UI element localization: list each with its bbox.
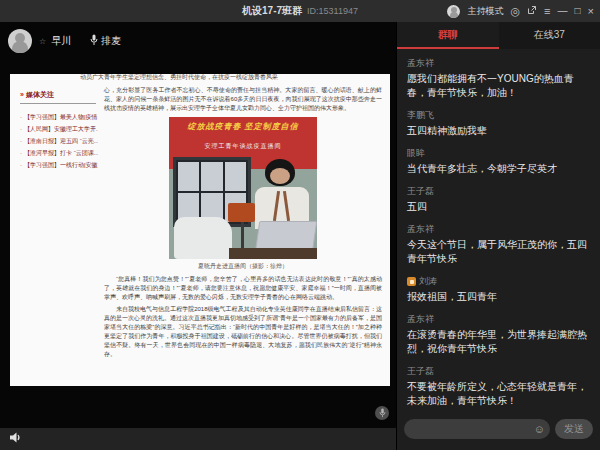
tab-online-members[interactable]: 在线37 [499,22,600,49]
message-text: 五四 [407,200,590,214]
message-author: 孟东祥 [407,57,590,70]
message-author: 孟东祥 [407,313,590,326]
media-link[interactable]: 【学习强国】一线行动|安徽... [20,159,98,171]
title-bar: 机设17-7班群 ID:15311947 主持模式 ◎ ≡ — □ × [0,0,600,22]
float-mic-button[interactable] [375,406,389,420]
menu-icon[interactable]: ≡ [544,6,550,17]
chat-message: 王子磊 五四 [407,185,590,214]
banner-slogan: 绽放战疫青春 坚定制度自信 [169,122,317,131]
article-paragraph: “您真棒！我们为您点赞！”“夏老师，您辛苦了，心里再多的话也无法表达此时的敬意！… [104,275,382,302]
message-text: 愿我们都能拥有不一YOUNG的热血青春，青年节快乐，加油！ [407,72,590,100]
article-photo-wrap: 绽放战疫青春 坚定制度自信 安理工青年谈战疫直播间 [169,117,317,259]
desk [229,248,317,259]
article-paragraph: 来自我校电气与信息工程学院2018级电气工程及其自动化专业吴佳康同学在直播结束后… [104,305,382,359]
popout-icon[interactable] [527,5,537,17]
user-avatar[interactable] [447,5,460,18]
article-paragraph: 心，充分彰显了医务工作者不忘初心、不辱使命的责任与担当精神。大家的留言、暖心的话… [104,86,382,113]
chat-message: 李鹏飞 五四精神激励我辈 [407,109,590,138]
chat-message: 孟东祥 今天这个节日，属于风华正茂的你，五四青年节快乐 [407,223,590,266]
title-group: 机设17-7班群 ID:15311947 [242,4,358,18]
media-focus-header: »媒体关注 [20,90,96,104]
article-photo: 绽放战疫青春 坚定制度自信 安理工青年谈战疫直播间 [169,117,317,259]
chevrons-icon: » [20,91,24,98]
chat-message: 孟东祥 愿我们都能拥有不一YOUNG的热血青春，青年节快乐，加油！ [407,57,590,100]
host-mode-label[interactable]: 主持模式 [467,5,503,18]
titlebar-controls: 主持模式 ◎ ≡ — □ × [447,0,594,22]
message-author: 刘涛 [407,275,590,288]
media-link[interactable]: 【人民网】安徽理工大学开... [20,123,98,135]
doc-sidebar: »媒体关注 【学习强国】最美人物|疫情... 【人民网】安徽理工大学开... 【… [10,74,98,386]
message-author: 王子磊 [407,185,590,198]
app-window: 机设17-7班群 ID:15311947 主持模式 ◎ ≡ — □ × ☆ 早川… [0,0,600,450]
chat-message: 眼眸 当代青年多壮志，今朝学子尽英才 [407,147,590,176]
stage-panel: ☆ 早川 排麦 动员广大青年学生坚定理想信念、勇担时代使命，在抗疫一线绽放青春风… [0,22,396,450]
photo-caption: 夏晓丹走进直播间（摄影：徐烨） [104,262,382,271]
mic-icon [90,32,98,50]
clipped-top-line: 动员广大青年学生坚定理想信念、勇担时代使命，在抗疫一线绽放青春风采 [80,74,386,80]
media-link[interactable]: 【学习强国】最美人物|疫情... [20,111,98,123]
stage-bottom-bar [0,428,396,450]
message-text: 在滚烫青春的年华里，为世界捧起满腔热烈，祝你青年节快乐 [407,328,590,356]
message-text: 今天这个节日，属于风华正茂的你，五四青年节快乐 [407,238,590,266]
main-area: ☆ 早川 排麦 动员广大青年学生坚定理想信念、勇担时代使命，在抗疫一线绽放青春风… [0,22,600,450]
message-author: 眼眸 [407,147,590,160]
mic-queue-label: 排麦 [101,34,121,48]
mic-queue-button[interactable]: 排麦 [90,32,121,50]
member-level-icon: ☆ [39,37,46,46]
chat-message: 孟东祥 在滚烫青春的年华里，为世界捧起满腔热烈，祝你青年节快乐 [407,313,590,356]
chat-tab-bar: 群聊 在线37 [397,22,600,49]
doc-article: 心，充分彰显了医务工作者不忘初心、不辱使命的责任与担当精神。大家的留言、暖心的话… [98,74,390,386]
close-icon[interactable]: × [588,6,594,17]
media-link-list: 【学习强国】最美人物|疫情... 【人民网】安徽理工大学开... 【淮南日报】迎… [20,111,96,171]
speaker-toolbar: ☆ 早川 排麦 [0,22,396,60]
chat-input[interactable]: ☺ [404,419,550,439]
chat-message: 王子磊 不要被年龄所定义，心态年轻就是青年，未来加油，青年节快乐！ [407,365,590,408]
message-text: 当代青年多壮志，今朝学子尽英才 [407,162,590,176]
chat-input-row: ☺ 发送 [397,416,600,450]
speaker-name: 早川 [51,34,71,48]
banner-subtitle: 安理工青年谈战疫直播间 [169,142,317,151]
white-chair [174,217,232,259]
chat-panel: 群聊 在线37 孟东祥 愿我们都能拥有不一YOUNG的热血青春，青年节快乐，加油… [396,22,600,450]
chat-message: 刘涛 报效祖国，五四青年 [407,275,590,304]
message-text: 不要被年龄所定义，心态年轻就是青年，未来加油，青年节快乐！ [407,380,590,408]
message-text: 报效祖国，五四青年 [407,290,590,304]
speaker-avatar[interactable] [8,29,32,53]
media-link[interactable]: 【淮南日报】迎五四 “云亮... [20,135,98,147]
window-title: 机设17-7班群 [242,4,302,18]
message-text: 五四精神激励我辈 [407,124,590,138]
person-face [270,168,290,184]
emoji-icon[interactable]: ☺ [534,424,545,435]
minimize-icon[interactable]: — [558,6,568,16]
message-author: 王子磊 [407,365,590,378]
message-author: 李鹏飞 [407,109,590,122]
camera [228,203,255,222]
maximize-icon[interactable]: □ [575,6,581,16]
message-author: 孟东祥 [407,223,590,236]
speaker-volume-icon[interactable] [9,430,22,448]
chat-message-list[interactable]: 孟东祥 愿我们都能拥有不一YOUNG的热血青春，青年节快乐，加油！ 李鹏飞 五四… [397,49,600,416]
tab-group-chat[interactable]: 群聊 [397,22,499,49]
record-icon[interactable]: ◎ [510,6,520,17]
admin-badge-icon [407,277,416,286]
send-button[interactable]: 发送 [555,419,593,439]
shared-document: 动员广大青年学生坚定理想信念、勇担时代使命，在抗疫一线绽放青春风采 »媒体关注 … [10,74,390,386]
media-link[interactable]: 【淮河早报】打卡 “云团课... [20,147,98,159]
room-id: ID:15311947 [307,6,358,16]
